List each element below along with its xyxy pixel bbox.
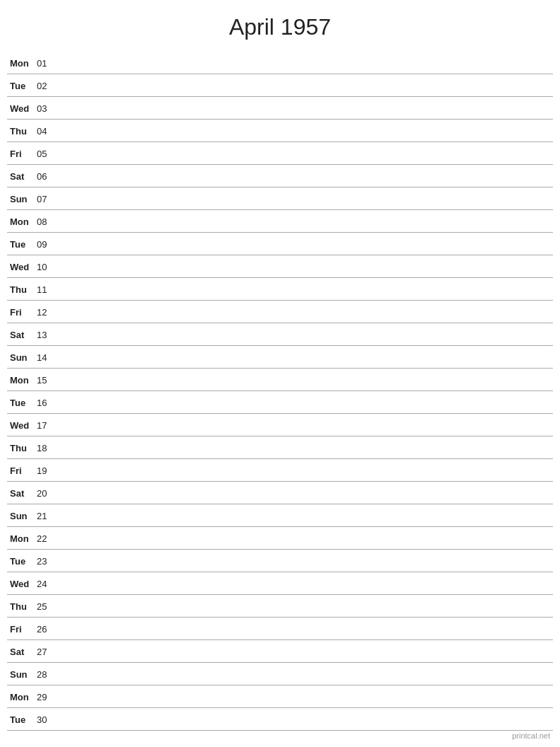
day-line	[57, 176, 553, 177]
day-line	[57, 606, 553, 607]
day-name: Sat	[7, 171, 37, 182]
day-name: Thu	[7, 284, 37, 295]
day-line	[57, 154, 553, 154]
day-line	[57, 335, 553, 335]
day-name: Sat	[7, 330, 37, 340]
day-line	[57, 448, 553, 448]
day-line	[57, 493, 553, 494]
day-line	[57, 652, 553, 652]
day-number: 15	[37, 375, 57, 386]
day-number: 29	[37, 692, 57, 702]
day-number: 01	[37, 58, 57, 69]
day-line	[57, 516, 553, 516]
day-number: 22	[37, 533, 57, 544]
calendar-row: Sun07	[7, 187, 553, 210]
day-name: Mon	[7, 692, 37, 702]
calendar-row: Thu25	[7, 595, 553, 618]
day-line	[57, 380, 553, 381]
day-name: Tue	[7, 398, 37, 408]
calendar-row: Tue09	[7, 233, 553, 255]
calendar-row: Sun21	[7, 504, 553, 527]
calendar-row: Wed17	[7, 414, 553, 436]
day-line	[57, 289, 553, 290]
day-name: Sun	[7, 194, 37, 204]
day-name: Mon	[7, 533, 37, 544]
day-line	[57, 425, 553, 426]
day-number: 07	[37, 194, 57, 204]
day-number: 18	[37, 443, 57, 453]
calendar-row: Mon29	[7, 685, 553, 708]
calendar-row: Sat13	[7, 323, 553, 346]
calendar-row: Tue23	[7, 550, 553, 572]
day-number: 02	[37, 81, 57, 91]
day-line	[57, 221, 553, 222]
calendar-row: Thu04	[7, 120, 553, 142]
day-number: 25	[37, 601, 57, 612]
day-number: 05	[37, 149, 57, 159]
day-name: Mon	[7, 58, 37, 69]
day-number: 03	[37, 103, 57, 114]
day-line	[57, 697, 553, 697]
day-number: 24	[37, 579, 57, 589]
day-name: Fri	[7, 624, 37, 635]
day-name: Fri	[7, 465, 37, 476]
day-line	[57, 199, 553, 199]
day-number: 17	[37, 420, 57, 431]
day-name: Sat	[7, 488, 37, 499]
day-line	[57, 108, 553, 109]
calendar-row: Fri05	[7, 142, 553, 165]
day-number: 23	[37, 556, 57, 567]
calendar-row: Fri19	[7, 459, 553, 482]
calendar-row: Wed24	[7, 572, 553, 595]
day-name: Mon	[7, 375, 37, 386]
calendar-row: Tue16	[7, 391, 553, 414]
day-name: Tue	[7, 81, 37, 91]
day-number: 28	[37, 669, 57, 680]
calendar-row: Thu11	[7, 278, 553, 301]
day-line	[57, 584, 553, 584]
calendar-row: Tue30	[7, 708, 553, 731]
day-line	[57, 244, 553, 245]
day-line	[57, 63, 553, 64]
day-name: Tue	[7, 239, 37, 250]
day-name: Sat	[7, 647, 37, 657]
calendar-row: Tue02	[7, 74, 553, 97]
day-number: 13	[37, 330, 57, 340]
calendar-row: Thu18	[7, 436, 553, 459]
day-line	[57, 719, 553, 720]
calendar-row: Mon01	[7, 52, 553, 74]
day-line	[57, 86, 553, 86]
day-number: 19	[37, 465, 57, 476]
day-number: 10	[37, 262, 57, 272]
day-number: 16	[37, 398, 57, 408]
footer-text: printcal.net	[512, 731, 550, 740]
day-number: 09	[37, 239, 57, 250]
calendar-row: Mon22	[7, 527, 553, 550]
calendar-row: Mon08	[7, 210, 553, 233]
day-number: 14	[37, 352, 57, 363]
day-line	[57, 312, 553, 313]
calendar-row: Mon15	[7, 369, 553, 391]
calendar-row: Sat20	[7, 482, 553, 504]
day-number: 04	[37, 126, 57, 137]
calendar-container: Mon01Tue02Wed03Thu04Fri05Sat06Sun07Mon08…	[0, 52, 560, 731]
day-number: 12	[37, 307, 57, 318]
day-number: 20	[37, 488, 57, 499]
calendar-row: Sat06	[7, 165, 553, 187]
day-line	[57, 561, 553, 562]
calendar-row: Wed10	[7, 255, 553, 278]
day-line	[57, 538, 553, 539]
day-name: Thu	[7, 126, 37, 137]
day-name: Tue	[7, 714, 37, 725]
day-number: 27	[37, 647, 57, 657]
day-name: Mon	[7, 216, 37, 227]
day-line	[57, 357, 553, 358]
calendar-row: Sat27	[7, 640, 553, 663]
day-name: Wed	[7, 420, 37, 431]
day-number: 26	[37, 624, 57, 635]
day-line	[57, 131, 553, 132]
day-name: Fri	[7, 149, 37, 159]
day-name: Sun	[7, 352, 37, 363]
calendar-row: Fri26	[7, 618, 553, 640]
day-line	[57, 674, 553, 675]
